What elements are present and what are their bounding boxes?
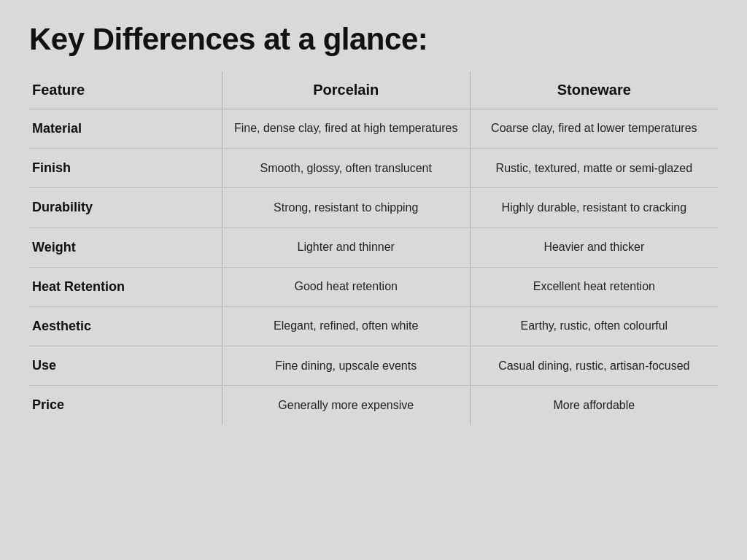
cell-stoneware: Coarse clay, fired at lower temperatures — [470, 109, 718, 149]
cell-stoneware: Rustic, textured, matte or semi-glazed — [470, 149, 718, 188]
cell-stoneware: Heavier and thicker — [470, 228, 718, 267]
cell-stoneware: Earthy, rustic, often colourful — [470, 306, 718, 346]
page: Key Differences at a glance: Feature Por… — [0, 0, 747, 560]
cell-porcelain: Generally more expensive — [222, 386, 470, 425]
cell-feature: Weight — [29, 228, 222, 267]
table-row: WeightLighter and thinnerHeavier and thi… — [29, 228, 718, 267]
header-porcelain: Porcelain — [222, 71, 470, 109]
table-row: DurabilityStrong, resistant to chippingH… — [29, 188, 718, 228]
cell-feature: Use — [29, 346, 222, 386]
cell-porcelain: Elegant, refined, often white — [222, 306, 470, 346]
table-row: AestheticElegant, refined, often whiteEa… — [29, 306, 718, 346]
table-row: MaterialFine, dense clay, fired at high … — [29, 109, 718, 149]
cell-feature: Price — [29, 386, 222, 425]
table-row: UseFine dining, upscale eventsCasual din… — [29, 346, 718, 386]
cell-stoneware: Highly durable, resistant to cracking — [470, 188, 718, 228]
cell-feature: Finish — [29, 149, 222, 188]
table-header-row: Feature Porcelain Stoneware — [29, 71, 718, 109]
cell-porcelain: Strong, resistant to chipping — [222, 188, 470, 228]
comparison-table: Feature Porcelain Stoneware MaterialFine… — [29, 71, 718, 425]
cell-porcelain: Fine dining, upscale events — [222, 346, 470, 386]
cell-stoneware: Excellent heat retention — [470, 267, 718, 306]
cell-feature: Heat Retention — [29, 267, 222, 306]
cell-porcelain: Lighter and thinner — [222, 228, 470, 267]
cell-feature: Material — [29, 109, 222, 149]
page-title: Key Differences at a glance: — [29, 22, 718, 57]
table-row: FinishSmooth, glossy, often translucentR… — [29, 149, 718, 188]
cell-porcelain: Smooth, glossy, often translucent — [222, 149, 470, 188]
cell-stoneware: Casual dining, rustic, artisan-focused — [470, 346, 718, 386]
cell-porcelain: Fine, dense clay, fired at high temperat… — [222, 109, 470, 149]
header-feature: Feature — [29, 71, 222, 109]
header-stoneware: Stoneware — [470, 71, 718, 109]
cell-feature: Durability — [29, 188, 222, 228]
table-row: PriceGenerally more expensiveMore afford… — [29, 386, 718, 425]
table-row: Heat RetentionGood heat retentionExcelle… — [29, 267, 718, 306]
cell-porcelain: Good heat retention — [222, 267, 470, 306]
cell-feature: Aesthetic — [29, 306, 222, 346]
cell-stoneware: More affordable — [470, 386, 718, 425]
